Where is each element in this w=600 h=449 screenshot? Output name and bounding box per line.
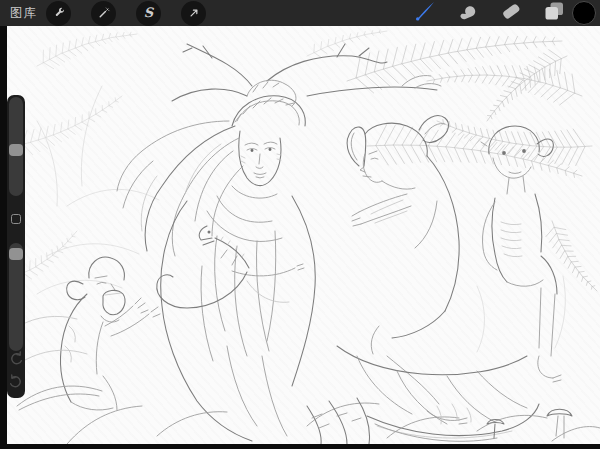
brush-sidebar	[7, 95, 25, 398]
left-tool-group: S	[46, 1, 206, 26]
smudge-tool-button[interactable]	[456, 1, 480, 25]
artwork-background-ferns	[15, 30, 597, 291]
artwork-right-goblin	[337, 116, 539, 442]
undo-arrow-icon	[8, 352, 24, 369]
drawing-canvas[interactable]	[7, 26, 600, 444]
top-toolbar: 图库 S	[0, 0, 600, 26]
redo-arrow-icon	[8, 375, 24, 392]
color-swatch[interactable]	[572, 1, 596, 25]
transform-arrow-icon	[187, 6, 201, 20]
adjustments-button[interactable]	[91, 1, 116, 26]
wrench-icon	[52, 6, 66, 20]
artwork-woman	[117, 80, 315, 441]
actions-button[interactable]	[46, 1, 71, 26]
eraser-icon	[499, 0, 523, 27]
selection-button[interactable]: S	[136, 1, 161, 26]
artwork-sketch	[7, 26, 600, 444]
opacity-handle[interactable]	[9, 248, 23, 260]
paint-tool-button[interactable]	[413, 1, 437, 25]
redo-button[interactable]	[8, 373, 24, 389]
artwork-small-goblin	[60, 257, 160, 410]
magic-wand-icon	[97, 6, 111, 20]
smudge-finger-icon	[456, 0, 480, 27]
selection-s-icon: S	[144, 6, 153, 19]
layers-button[interactable]	[542, 1, 566, 25]
transform-button[interactable]	[181, 1, 206, 26]
gallery-button[interactable]: 图库	[10, 5, 37, 22]
erase-tool-button[interactable]	[499, 1, 523, 25]
layers-icon	[542, 0, 566, 27]
right-tool-group	[413, 0, 596, 26]
artwork-shading	[61, 123, 541, 441]
undo-button[interactable]	[8, 350, 24, 366]
artwork-branches	[172, 44, 441, 101]
modify-button[interactable]	[11, 214, 21, 224]
brush-stroke-icon	[413, 0, 437, 27]
brush-size-handle[interactable]	[9, 144, 23, 156]
